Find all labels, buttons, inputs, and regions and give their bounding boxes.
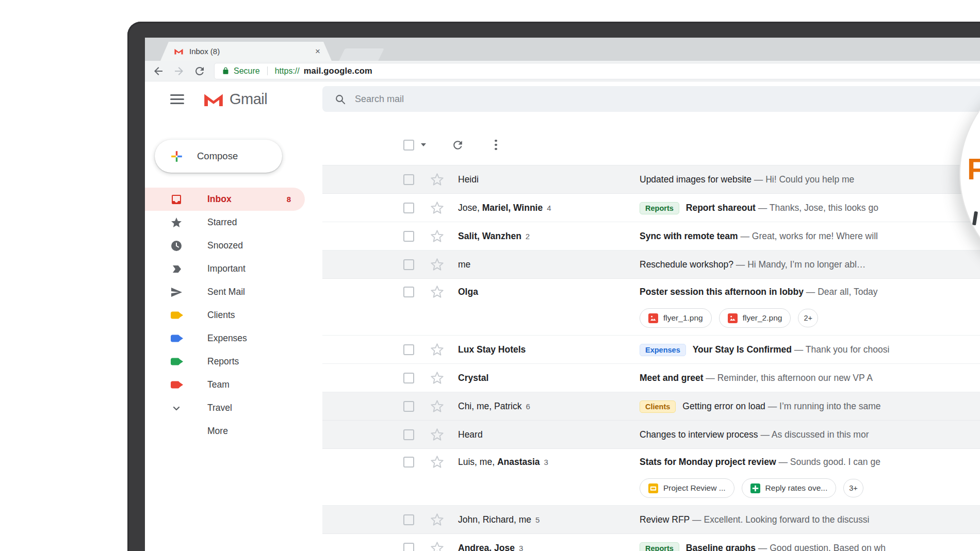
table-row[interactable]: HeidiUpdated images for website — Hi! Co… [322, 165, 980, 194]
back-icon[interactable] [152, 65, 165, 77]
table-row[interactable]: Lux Stay HotelsExpensesYour Stay Is Conf… [322, 336, 980, 364]
more-options-icon[interactable] [494, 139, 498, 152]
search-input[interactable]: Search mail [322, 86, 980, 112]
sidebar-item-more[interactable]: More [145, 420, 305, 443]
star-icon[interactable] [430, 201, 444, 215]
star-icon[interactable] [430, 229, 444, 243]
star-icon[interactable] [430, 285, 444, 299]
star-icon[interactable] [430, 371, 444, 385]
sidebar-item-starred[interactable]: Starred [145, 211, 305, 234]
row-star-cell [414, 222, 444, 251]
row-checkbox[interactable] [403, 429, 414, 440]
row-checkbox[interactable] [403, 287, 414, 297]
sidebar-item-label: Team [207, 379, 230, 390]
browser-tab[interactable]: Inbox (8) × [160, 42, 332, 61]
reload-icon[interactable] [193, 65, 206, 77]
lock-icon [222, 67, 230, 75]
row-checkbox[interactable] [403, 543, 414, 551]
star-icon[interactable] [430, 173, 444, 187]
sidebar-item-label: Sent Mail [207, 287, 245, 297]
table-row[interactable]: Salit, Wanzhen2Sync with remote team — G… [322, 222, 980, 251]
row-star-cell [414, 165, 444, 194]
select-all-checkbox[interactable] [403, 140, 414, 151]
address-bar[interactable]: Secure https:// mail.google.com [214, 63, 980, 79]
sidebar-item-inbox[interactable]: Inbox8 [145, 188, 305, 211]
table-row[interactable]: meReschedule workshop? — Hi Mandy, I’m n… [322, 251, 980, 279]
row-checkbox[interactable] [403, 373, 414, 383]
table-row[interactable]: Chi, me, Patrick6ClientsGetting error on… [322, 392, 980, 421]
star-icon[interactable] [430, 343, 444, 357]
row-checkbox[interactable] [403, 457, 414, 467]
subject-line: Sync with remote team — Great, works for… [640, 222, 980, 251]
subject-line: Updated images for website — Hi! Could y… [640, 165, 980, 194]
star-icon[interactable] [430, 513, 444, 527]
row-main: Updated images for website — Hi! Could y… [640, 165, 980, 194]
star-icon[interactable] [430, 258, 444, 272]
star-icon[interactable] [430, 399, 444, 413]
star-icon[interactable] [430, 428, 444, 442]
image-file-icon [648, 313, 658, 323]
row-checkbox[interactable] [403, 401, 414, 412]
sidebar-item-reports[interactable]: Reports [145, 350, 305, 373]
sidebar-item-label: Starred [207, 217, 237, 228]
subject: Meet and greet [640, 373, 704, 383]
row-star-cell [414, 251, 444, 279]
compose-button[interactable]: Compose [155, 140, 282, 173]
attachment-chip[interactable]: flyer_2.png [719, 308, 791, 328]
snippet: — Sounds good. I can ge [776, 457, 880, 467]
sender: Jose, Mariel, Winnie4 [458, 194, 640, 222]
row-checkbox[interactable] [403, 514, 414, 525]
subject-line: Reschedule workshop? — Hi Mandy, I’m no … [640, 251, 980, 279]
refresh-icon[interactable] [451, 139, 464, 152]
attachment-chip[interactable]: Reply rates ove... [742, 478, 837, 498]
label-badge-reports[interactable]: Reports [640, 542, 679, 551]
sidebar-item-team[interactable]: Team [145, 373, 305, 396]
table-row[interactable]: OlgaPoster session this afternoon in lob… [322, 279, 980, 336]
label-badge-reports[interactable]: Reports [640, 202, 679, 214]
none-icon [170, 425, 184, 438]
table-row[interactable]: HeardChanges to interview process — As d… [322, 421, 980, 449]
gmail-logo: Gmail [203, 91, 267, 108]
sidebar-item-travel[interactable]: Travel [145, 396, 305, 420]
row-checkbox-cell [403, 534, 414, 551]
tab-close-icon[interactable]: × [315, 47, 320, 56]
hamburger-menu-icon[interactable] [170, 94, 184, 104]
row-checkbox[interactable] [403, 174, 414, 185]
star-icon[interactable] [430, 455, 444, 469]
table-row[interactable]: Andrea, Jose3ReportsBaseline graphs — Go… [322, 534, 980, 551]
subject-line: Review RFP — Excellent. Looking forward … [640, 506, 980, 534]
more-attachments-chip[interactable]: 2+ [798, 309, 818, 327]
label-badge-clients[interactable]: Clients [640, 400, 676, 413]
table-row[interactable]: John, Richard, me5Review RFP — Excellent… [322, 506, 980, 534]
sidebar-item-expenses[interactable]: Expenses [145, 327, 305, 350]
row-checkbox[interactable] [403, 231, 414, 242]
sidebar-item-snoozed[interactable]: Snoozed [145, 234, 305, 257]
plus-icon [169, 148, 185, 164]
tag-icon [170, 332, 184, 345]
row-main: Sync with remote team — Great, works for… [640, 222, 980, 251]
background-tab[interactable] [339, 48, 384, 61]
row-checkbox[interactable] [403, 344, 414, 355]
more-attachments-chip[interactable]: 3+ [843, 479, 863, 497]
sidebar-item-clients[interactable]: Clients [145, 304, 305, 327]
row-checkbox[interactable] [403, 203, 414, 213]
star-icon[interactable] [430, 541, 444, 551]
forward-icon[interactable] [173, 65, 185, 77]
label-badge-expenses[interactable]: Expenses [640, 344, 686, 356]
table-row[interactable]: Luis, me, Anastasia3Stats for Monday pro… [322, 449, 980, 506]
table-row[interactable]: CrystalMeet and greet — Reminder, this a… [322, 364, 980, 392]
sidebar-item-sent-mail[interactable]: Sent Mail [145, 280, 305, 304]
thread-count: 6 [526, 402, 530, 411]
row-checkbox[interactable] [403, 259, 414, 270]
tag-icon [170, 379, 184, 391]
attachment-chip[interactable]: flyer_1.png [640, 308, 712, 328]
subject: Updated images for website [640, 174, 752, 185]
select-dropdown-icon[interactable] [421, 143, 426, 146]
url-scheme: https:// [275, 66, 300, 76]
snippet: — Thanks, Jose, this looks go [756, 203, 878, 213]
sidebar-item-important[interactable]: Important [145, 257, 305, 280]
attachment-chip[interactable]: Project Review ... [640, 478, 734, 498]
star-icon [170, 216, 184, 229]
snippet: — Hi! Could you help me [752, 174, 854, 185]
table-row[interactable]: Jose, Mariel, Winnie4ReportsReport share… [322, 194, 980, 222]
